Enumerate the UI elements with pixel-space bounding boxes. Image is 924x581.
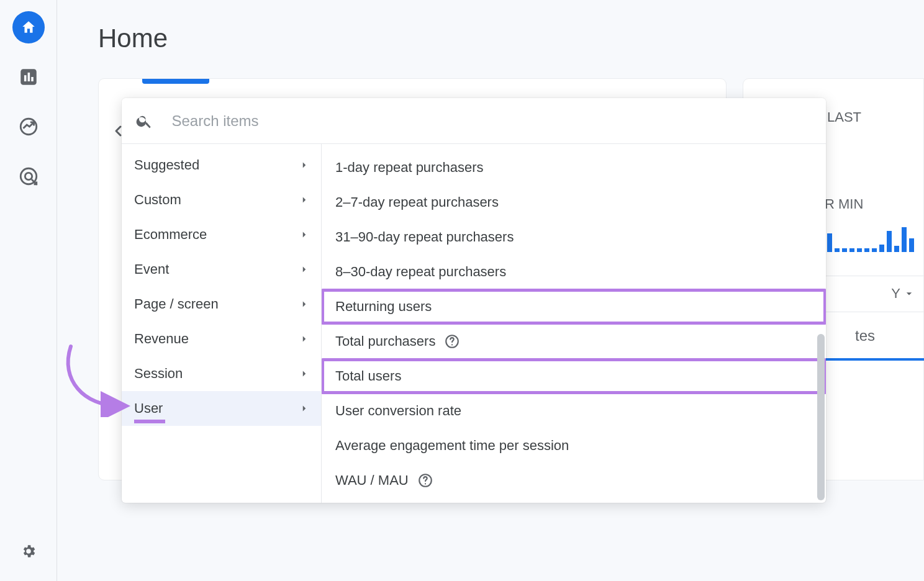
metric-2-7-day-repeat-purchasers[interactable]: 2–7-day repeat purchasers — [322, 185, 826, 220]
search-icon — [135, 112, 153, 130]
category-revenue[interactable]: Revenue — [122, 322, 321, 356]
category-label: Custom — [134, 192, 181, 208]
spark-bar — [894, 246, 899, 252]
left-nav-rail — [0, 0, 57, 581]
chevron-right-icon — [299, 299, 310, 310]
metric-1-day-repeat-purchasers[interactable]: 1-day repeat purchasers — [322, 150, 826, 185]
metric-label: 8–30-day repeat purchasers — [335, 264, 506, 280]
metric-label: Total users — [335, 368, 401, 384]
category-label: Suggested — [134, 157, 199, 173]
metric-label: WAU / MAU — [335, 472, 409, 489]
search-input[interactable] — [170, 112, 812, 130]
spark-bar — [902, 227, 907, 252]
nav-settings-icon[interactable] — [12, 535, 45, 567]
category-custom[interactable]: Custom — [122, 182, 321, 217]
chevron-right-icon — [299, 333, 310, 345]
metric-list: 1-day repeat purchasers2–7-day repeat pu… — [322, 144, 826, 503]
popup-search-row — [122, 98, 826, 144]
spark-bar — [827, 233, 832, 252]
help-icon[interactable] — [417, 472, 433, 489]
svg-rect-2 — [27, 73, 30, 81]
metric-label: Average engagement time per session — [335, 438, 569, 454]
category-session[interactable]: Session — [122, 356, 321, 391]
category-suggested[interactable]: Suggested — [122, 148, 321, 182]
category-ecommerce[interactable]: Ecommerce — [122, 217, 321, 252]
spark-bar — [909, 238, 914, 252]
nav-advertising-icon[interactable] — [12, 160, 45, 192]
category-label: Session — [134, 366, 183, 382]
metric-wau-mau[interactable]: WAU / MAU — [322, 463, 826, 498]
category-label: Ecommerce — [134, 227, 207, 243]
realtime-sparkline — [827, 225, 920, 252]
chevron-right-icon — [299, 160, 310, 171]
spark-bar — [842, 248, 847, 252]
metric-total-purchasers[interactable]: Total purchasers — [322, 324, 826, 359]
svg-point-10 — [425, 483, 426, 484]
spark-bar — [835, 248, 840, 252]
category-label: Revenue — [134, 331, 189, 347]
category-list: SuggestedCustomEcommerceEventPage / scre… — [122, 144, 322, 503]
realtime-last-label: LAST — [827, 109, 861, 125]
page-title: Home — [98, 24, 168, 53]
metric-label: 1-day repeat purchasers — [335, 160, 483, 176]
metric-31-90-day-repeat-purchasers[interactable]: 31–90-day repeat purchasers — [322, 220, 826, 254]
metric-user-conversion-rate[interactable]: User conversion rate — [322, 394, 826, 428]
spark-bar — [849, 248, 854, 252]
selected-tab-indicator — [142, 79, 209, 84]
metric-label: Returning users — [335, 299, 432, 315]
spark-bar — [887, 231, 892, 252]
realtime-per-minute-label: R MIN — [825, 196, 863, 212]
chevron-right-icon — [299, 264, 310, 275]
scrollbar-thumb[interactable] — [817, 334, 825, 500]
metric-returning-users[interactable]: Returning users — [322, 289, 826, 324]
metric-8-30-day-repeat-purchasers[interactable]: 8–30-day repeat purchasers — [322, 254, 826, 289]
chevron-right-icon — [299, 403, 310, 414]
chevron-right-icon — [299, 194, 310, 205]
category-label: Page / screen — [134, 296, 219, 312]
category-page-screen[interactable]: Page / screen — [122, 287, 321, 322]
svg-point-6 — [25, 173, 32, 179]
svg-rect-1 — [24, 75, 26, 81]
metric-picker-popup: SuggestedCustomEcommerceEventPage / scre… — [122, 98, 826, 503]
category-label: Event — [134, 261, 169, 277]
spark-bar — [857, 248, 862, 252]
metric-label: 2–7-day repeat purchasers — [335, 194, 499, 210]
nav-home-icon[interactable] — [12, 11, 45, 43]
spark-bar — [879, 245, 884, 252]
metric-label: User conversion rate — [335, 403, 461, 419]
nav-explore-icon[interactable] — [12, 110, 45, 143]
nav-reports-icon[interactable] — [12, 61, 45, 93]
chevron-right-icon — [299, 229, 310, 240]
svg-point-8 — [451, 344, 453, 345]
spark-bar — [864, 248, 869, 252]
country-dropdown-label: Y — [891, 286, 900, 302]
spark-bar — [872, 248, 877, 252]
metric-label: Total purchasers — [335, 333, 435, 349]
category-user[interactable]: User — [122, 391, 321, 426]
chevron-down-icon — [903, 287, 915, 300]
svg-rect-3 — [31, 77, 34, 81]
metric-label: 31–90-day repeat purchasers — [335, 229, 514, 245]
category-event[interactable]: Event — [122, 252, 321, 287]
help-icon[interactable] — [444, 333, 460, 349]
metric-average-engagement-time-per-session[interactable]: Average engagement time per session — [322, 428, 826, 463]
metric-total-users[interactable]: Total users — [322, 359, 826, 394]
category-label: User — [134, 400, 163, 417]
chevron-right-icon — [299, 368, 310, 379]
